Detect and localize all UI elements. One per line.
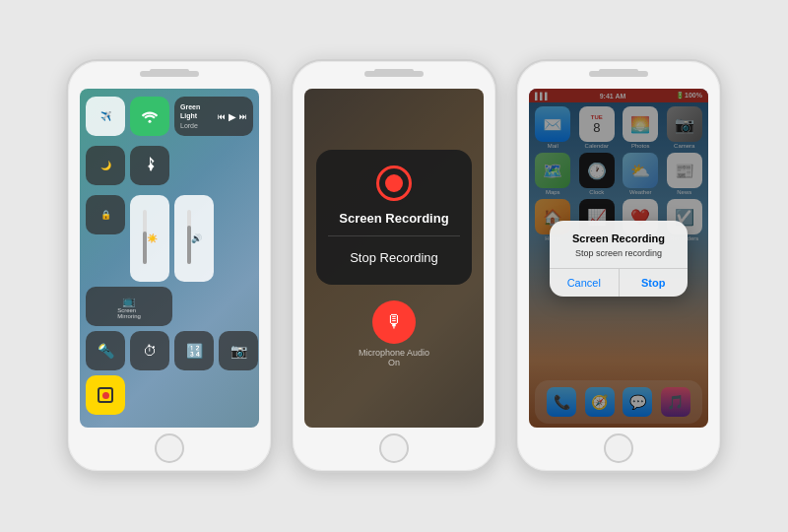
music-track: Green Light: [180, 102, 218, 120]
modal-overlay: Screen Recording Stop Recording 🎙 Microp…: [304, 89, 484, 428]
screen-1: ✈️ 🌙: [80, 89, 259, 428]
modal-divider: [328, 235, 460, 236]
prev-icon[interactable]: ⏮: [218, 112, 226, 121]
phone-1: ✈️ 🌙: [66, 59, 273, 473]
screen-recording-modal: Screen Recording Stop Recording: [316, 150, 472, 285]
play-icon[interactable]: ▶: [229, 111, 236, 122]
brightness-slider[interactable]: ☀️: [130, 195, 169, 282]
mic-container: 🎙 Microphone AudioOn: [359, 300, 429, 367]
screen-mirroring-btn[interactable]: 📺 ScreenMirroring: [86, 287, 172, 326]
alert-overlay: Screen Recording Stop screen recording C…: [529, 89, 708, 428]
modal-title: Screen Recording: [339, 211, 448, 226]
volume-slider[interactable]: 🔊: [174, 195, 214, 282]
screen-2: Screen Recording Stop Recording 🎙 Microp…: [304, 89, 484, 428]
wifi-btn[interactable]: [130, 97, 169, 136]
screen-3: ▌▌▌ 9:41 AM 🔋100% ✉️ Mail TUE 8 Calendar…: [529, 89, 708, 428]
alert-message: Stop screen recording: [563, 248, 674, 258]
control-center-grid: ✈️ 🌙: [86, 97, 253, 422]
music-widget: Green Light Lorde ⏮ ▶ ⏭: [174, 97, 253, 136]
flashlight-btn[interactable]: 🔦: [86, 331, 125, 370]
recording-icon: [376, 166, 412, 201]
home-button-2[interactable]: [379, 433, 409, 463]
home-button-1[interactable]: [155, 433, 184, 463]
phone-2: Screen Recording Stop Recording 🎙 Microp…: [291, 59, 497, 473]
alert-stop-btn[interactable]: Stop: [620, 269, 689, 297]
camera-shortcut-btn[interactable]: 📷: [219, 331, 258, 370]
music-artist: Lorde: [180, 121, 218, 130]
next-icon[interactable]: ⏭: [239, 112, 247, 121]
timer-btn[interactable]: ⏱: [130, 331, 169, 370]
mic-label: Microphone AudioOn: [359, 348, 429, 367]
alert-cancel-btn[interactable]: Cancel: [550, 269, 620, 297]
recording-dot: [385, 174, 403, 192]
airplane-mode-btn[interactable]: ✈️: [86, 97, 125, 136]
screen-recording-alert: Screen Recording Stop screen recording C…: [550, 221, 688, 297]
svg-point-0: [149, 120, 152, 123]
home-button-3[interactable]: [604, 433, 633, 463]
alert-content: Screen Recording Stop screen recording: [550, 221, 688, 268]
bluetooth-btn[interactable]: [130, 146, 169, 185]
rotation-lock-btn[interactable]: 🔒: [86, 195, 125, 234]
phone-3: ▌▌▌ 9:41 AM 🔋100% ✉️ Mail TUE 8 Calendar…: [515, 59, 722, 473]
alert-buttons: Cancel Stop: [550, 268, 688, 297]
calculator-btn[interactable]: 🔢: [174, 331, 214, 370]
stop-recording-btn[interactable]: Stop Recording: [350, 246, 438, 269]
screen-record-btn[interactable]: [86, 375, 125, 415]
do-not-disturb-btn[interactable]: 🌙: [86, 146, 125, 185]
mic-btn[interactable]: 🎙: [372, 300, 416, 344]
alert-title: Screen Recording: [563, 233, 674, 244]
